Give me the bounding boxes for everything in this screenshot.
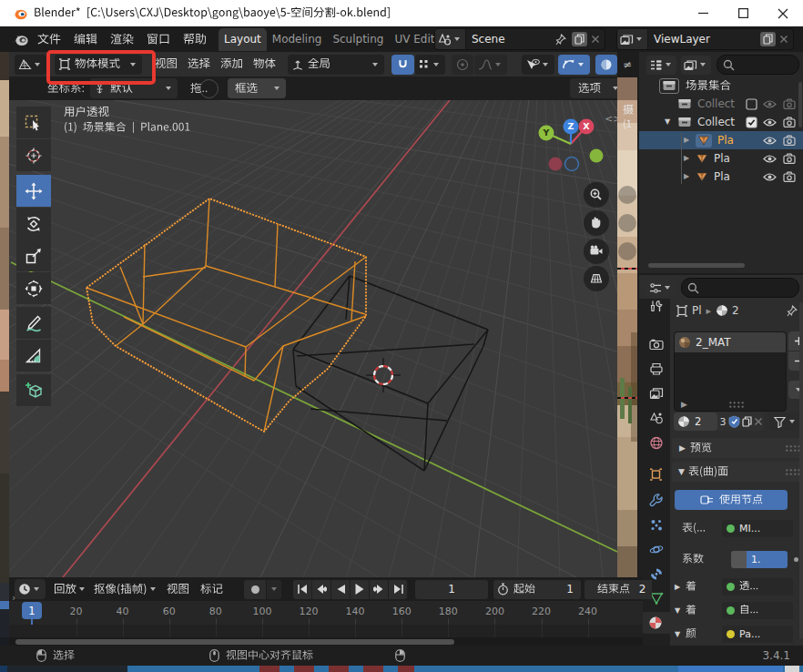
remove-viewlayer-button[interactable] [778, 35, 793, 44]
menu-add[interactable] [220, 58, 243, 70]
shader-value-button[interactable]: MI... [722, 520, 793, 537]
menu-edit[interactable] [74, 34, 97, 46]
nav-zoom-button[interactable] [584, 182, 609, 208]
minimize-button[interactable] [683, 0, 723, 26]
scene-name[interactable]: Scene [466, 33, 552, 46]
end-frame-field[interactable]: 2 [584, 580, 652, 599]
timeline-menu-view[interactable] [167, 584, 189, 596]
start-frame-field[interactable]: 1 [493, 580, 581, 599]
new-viewlayer-button[interactable] [760, 32, 776, 46]
properties-tab-particles[interactable] [642, 514, 670, 535]
timeline-menu-playback[interactable] [54, 584, 87, 596]
outliner-row-pla-3[interactable]: ▶Pla [639, 149, 803, 168]
material-users-button[interactable]: 3 [717, 412, 728, 431]
timeline-expand-arrow[interactable]: › [12, 592, 15, 604]
select-box-dropdown[interactable] [228, 78, 286, 98]
preview-panel-header[interactable]: ▶ [672, 438, 801, 458]
pin-id-button[interactable] [787, 305, 798, 317]
material-slot-row[interactable]: 2_MAT [675, 332, 786, 352]
disable-render-toggle[interactable] [783, 98, 796, 109]
hide-eye-toggle[interactable] [763, 99, 777, 109]
properties-tab-world[interactable] [642, 432, 670, 453]
timeline-menu-keying[interactable] [94, 584, 158, 596]
properties-tab-scene[interactable] [642, 407, 670, 429]
expand-down-icon[interactable]: ▼ [675, 606, 680, 615]
camera-nav-button[interactable] [618, 214, 636, 232]
nav-cam-button[interactable] [584, 239, 609, 264]
collection-checkbox[interactable] [746, 98, 757, 110]
scene-browse-button[interactable] [435, 29, 466, 49]
tool-measure-button[interactable] [16, 340, 51, 372]
expander-right-icon[interactable]: ▶ [684, 173, 689, 180]
close-button[interactable] [763, 0, 803, 26]
camera-nav-button[interactable] [618, 242, 636, 260]
timeline-ruler[interactable]: 204060801001201401601802002202401 [9, 601, 643, 625]
copy-material-button[interactable] [741, 412, 753, 431]
outliner-row-collect-1[interactable]: ▼Collect [639, 113, 803, 131]
properties-tab-physics[interactable] [642, 538, 670, 560]
properties-search-input[interactable] [681, 278, 799, 298]
unlink-material-button[interactable] [753, 412, 764, 431]
menu-view[interactable] [155, 58, 178, 70]
xray-toggle[interactable] [595, 55, 617, 75]
timeline-menu-marker[interactable] [200, 584, 223, 596]
jump-to-end-button[interactable] [389, 580, 408, 599]
breadcrumb-material[interactable]: 2 [732, 304, 739, 317]
jump-to-start-button[interactable] [293, 580, 312, 599]
outliner-row-scene-collection[interactable] [639, 76, 803, 95]
menu-window[interactable] [147, 34, 170, 46]
outliner-row-pla-2[interactable]: ▶Pla [639, 131, 803, 149]
disable-render-toggle[interactable] [783, 171, 796, 182]
overlays-dropdown[interactable] [558, 55, 590, 75]
nav-hand-button[interactable] [584, 210, 609, 236]
disable-render-toggle[interactable] [783, 153, 796, 164]
menu-select[interactable] [188, 58, 210, 70]
options-dropdown[interactable] [570, 78, 625, 98]
expand-down-icon[interactable]: ▼ [675, 630, 680, 638]
current-frame-marker[interactable]: 1 [22, 602, 42, 619]
hide-eye-toggle[interactable] [763, 136, 777, 146]
properties-tab-object[interactable] [642, 463, 670, 485]
maximize-button[interactable] [723, 0, 763, 26]
tool-add-cube-button[interactable] [16, 374, 51, 406]
hide-eye-toggle[interactable] [763, 172, 777, 182]
workspace-tab-layout[interactable]: Layout [219, 28, 267, 51]
shader-value-button[interactable] [722, 578, 793, 596]
properties-tab-tool[interactable] [642, 295, 670, 317]
properties-tab-output[interactable] [642, 358, 670, 380]
slots-resize-grip[interactable] [728, 401, 745, 408]
tool-move-button[interactable] [16, 175, 51, 207]
outliner-row-pla-4[interactable]: ▶Pla [639, 168, 803, 186]
outliner-vscrollbar[interactable] [798, 82, 802, 127]
orientation-dropdown[interactable] [288, 55, 384, 75]
current-frame-field[interactable]: 1 [415, 580, 488, 599]
nav-gridball-button[interactable] [584, 266, 609, 291]
viewlayer-name[interactable]: ViewLayer [648, 33, 758, 46]
properties-tab-viewlayer[interactable] [642, 382, 670, 404]
outliner-search-input[interactable] [717, 55, 799, 75]
hide-eye-toggle[interactable] [763, 154, 777, 164]
tool-scale-button[interactable] [16, 239, 51, 271]
hide-eye-toggle[interactable] [763, 117, 777, 127]
use-nodes-button[interactable] [675, 490, 788, 510]
proportional-edit-toggle[interactable] [452, 55, 474, 75]
tool-cursor-button[interactable] [16, 139, 51, 171]
timeline-scrollbar[interactable] [15, 639, 454, 645]
shader-value-button[interactable]: Pa... [722, 626, 793, 643]
blender-menu-icon[interactable] [12, 33, 28, 46]
factor-slider[interactable]: 1. [731, 551, 788, 568]
properties-tab-modifiers[interactable] [642, 489, 670, 511]
gizmos-dropdown[interactable] [522, 55, 554, 75]
properties-vscrollbar[interactable] [799, 302, 803, 639]
tool-transform-button[interactable] [16, 272, 51, 304]
new-scene-button[interactable] [572, 32, 587, 46]
decorator-dot[interactable] [794, 557, 798, 562]
autokey-toggle[interactable] [244, 580, 266, 599]
expander-right-icon[interactable]: ▶ [684, 137, 689, 144]
timeline-editor-type-button[interactable] [15, 579, 46, 599]
snap-settings-dropdown[interactable] [415, 55, 445, 75]
snap-toggle[interactable] [391, 55, 414, 75]
surface-panel-header[interactable]: ▼ [672, 462, 801, 482]
expander-right-icon[interactable]: ▶ [684, 155, 689, 162]
play-reverse-button[interactable] [331, 580, 351, 599]
